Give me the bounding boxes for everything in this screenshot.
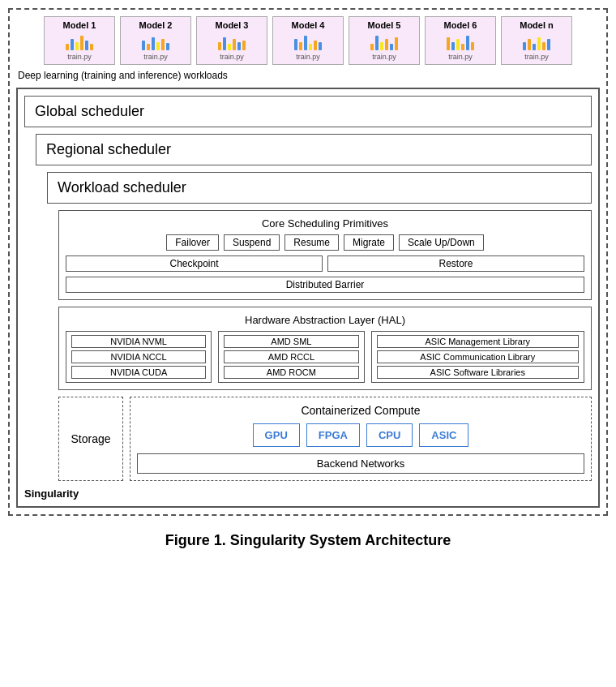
compute-title: Containerized Compute	[137, 404, 584, 417]
workload-scheduler-box: Workload scheduler	[47, 172, 592, 204]
hal-asic-col: ASIC Management Library ASIC Communicati…	[371, 331, 584, 383]
model-bar	[533, 44, 536, 50]
model-bar	[395, 37, 398, 50]
model-file-7: train.py	[524, 53, 549, 61]
model-title-6: Model 6	[444, 20, 477, 30]
model-bar	[299, 42, 302, 50]
model-bar	[242, 41, 246, 50]
cpu-unit: CPU	[366, 423, 413, 447]
hal-box: Hardware Abstraction Layer (HAL) NVIDIA …	[58, 307, 592, 390]
fpga-unit: FPGA	[306, 423, 360, 447]
model-file-5: train.py	[372, 53, 396, 61]
model-bars-3	[218, 32, 246, 50]
distributed-barrier: Distributed Barrier	[66, 277, 584, 293]
hal-nvidia-nvml: NVIDIA NVML	[71, 335, 206, 348]
model-bar	[294, 39, 297, 50]
hal-amd-rccl: AMD RCCL	[224, 350, 358, 363]
model-bar	[375, 36, 379, 50]
global-scheduler-box: Global scheduler	[24, 96, 592, 127]
model-bar	[218, 42, 221, 50]
model-title-3: Model 3	[216, 20, 249, 30]
hal-nvidia-col: NVIDIA NVML NVIDIA NCCL NVIDIA CUDA	[66, 331, 212, 383]
model-bar	[390, 44, 393, 50]
asic-unit: ASIC	[419, 423, 468, 447]
model-title-4: Model 4	[292, 20, 325, 30]
model-title-5: Model 5	[368, 20, 401, 30]
hal-nvidia-cuda: NVIDIA CUDA	[71, 366, 206, 379]
model-bar	[228, 44, 231, 50]
csp-row2: Checkpoint Restore	[66, 255, 584, 272]
hal-amd-col: AMD SML AMD RCCL AMD ROCM	[218, 331, 364, 383]
model-bar	[90, 44, 93, 50]
hal-amd-rocm: AMD ROCM	[224, 366, 358, 379]
model-bar	[66, 44, 69, 50]
workloads-label: Deep learning (training and inference) w…	[16, 70, 600, 81]
storage-box: Storage	[58, 397, 123, 481]
model-bar	[370, 44, 374, 50]
model-box-7: Model ntrain.py	[501, 16, 572, 65]
storage-label: Storage	[71, 432, 110, 445]
model-bar	[233, 39, 236, 50]
model-bars-1	[66, 32, 93, 50]
model-bar	[547, 39, 550, 50]
compute-units: GPU FPGA CPU ASIC	[137, 423, 584, 447]
hal-columns: NVIDIA NVML NVIDIA NCCL NVIDIA CUDA AMD …	[66, 331, 584, 383]
model-bar	[152, 37, 155, 50]
model-box-3: Model 3train.py	[196, 16, 267, 65]
model-box-1: Model 1train.py	[44, 16, 115, 65]
model-bar	[75, 42, 79, 50]
hal-amd-sml: AMD SML	[224, 335, 358, 348]
model-bars-5	[370, 32, 398, 50]
main-container: Model 1train.pyModel 2train.pyModel 3tra…	[8, 8, 608, 516]
model-bar	[537, 37, 541, 50]
model-bar	[309, 44, 312, 50]
model-file-6: train.py	[448, 53, 473, 61]
storage-compute-row: Storage Containerized Compute GPU FPGA C…	[58, 397, 592, 481]
model-bars-2	[142, 32, 169, 50]
model-bar	[471, 42, 474, 50]
model-bar	[80, 36, 83, 50]
resume-btn: Resume	[284, 234, 339, 251]
csp-box: Core Scheduling Primitives Failover Susp…	[58, 210, 592, 300]
compute-area: Containerized Compute GPU FPGA CPU ASIC …	[130, 397, 592, 481]
model-bar	[161, 39, 165, 50]
model-bar	[223, 37, 226, 50]
failover-btn: Failover	[166, 234, 219, 251]
model-box-6: Model 6train.py	[425, 16, 496, 65]
hal-asic-mgmt: ASIC Management Library	[377, 335, 579, 348]
model-bar	[71, 39, 74, 50]
hal-asic-comm: ASIC Communication Library	[377, 350, 579, 363]
model-bar	[142, 41, 145, 50]
checkpoint-btn: Checkpoint	[66, 255, 323, 272]
model-bar	[385, 39, 388, 50]
model-file-3: train.py	[220, 53, 244, 61]
model-bar	[523, 42, 526, 50]
regional-scheduler-box: Regional scheduler	[36, 134, 592, 165]
hal-asic-sw: ASIC Software Libraries	[377, 366, 579, 379]
model-bar	[542, 42, 545, 50]
arch-area: Global scheduler Regional scheduler Work…	[16, 88, 600, 508]
model-bar	[528, 39, 531, 50]
restore-btn: Restore	[327, 255, 584, 272]
model-title-1: Model 1	[63, 20, 96, 30]
scale-btn: Scale Up/Down	[399, 234, 484, 251]
suspend-btn: Suspend	[224, 234, 280, 251]
model-bar	[85, 41, 88, 50]
model-bar	[319, 42, 322, 50]
figure-caption: Figure 1. Singularity System Architectur…	[8, 532, 608, 549]
migrate-btn: Migrate	[344, 234, 394, 251]
hal-title: Hardware Abstraction Layer (HAL)	[66, 314, 584, 326]
gpu-unit: GPU	[253, 423, 300, 447]
model-bar	[156, 42, 160, 50]
model-bar	[304, 36, 307, 50]
model-box-5: Model 5train.py	[349, 16, 420, 65]
model-bar	[237, 42, 241, 50]
backend-networks: Backend Networks	[137, 453, 584, 474]
model-bar	[447, 37, 450, 50]
model-bar	[314, 41, 317, 50]
model-bars-4	[294, 32, 322, 50]
singularity-label: Singularity	[24, 487, 592, 500]
model-file-2: train.py	[143, 53, 168, 61]
model-box-4: Model 4train.py	[272, 16, 344, 65]
model-title-2: Model 2	[139, 20, 173, 30]
